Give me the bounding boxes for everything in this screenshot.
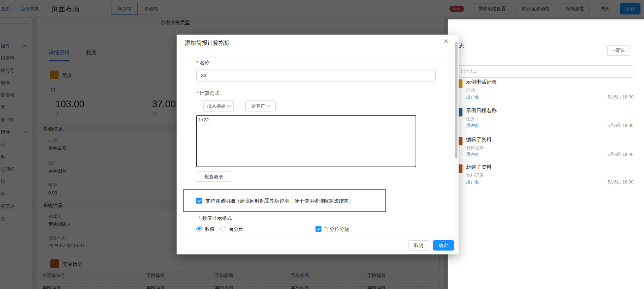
dialog-header-divider	[177, 58, 459, 58]
chevron-down-icon	[227, 104, 231, 107]
formula-label: *计算公式	[196, 90, 219, 97]
name-label: *名称	[196, 60, 209, 66]
required-asterisk: *	[196, 60, 198, 65]
feed-item-title: 新建了资料	[466, 164, 492, 170]
scrollbar-thumb[interactable]	[455, 42, 458, 158]
feed-item-user-link[interactable]: 用户名	[466, 152, 479, 158]
modal-scrollbar[interactable]	[454, 35, 458, 254]
page-layout-designer: 主页 〉 业务对象 〉 页面布局 网页端 移动端 new 关联创建配置 同步至移…	[0, 0, 644, 289]
confirm-button[interactable]: 确定	[433, 240, 454, 251]
feed-item-user-link[interactable]: 用户名	[466, 179, 479, 185]
feed-item-time: 5月6日 18:00	[607, 123, 633, 129]
operator-dropdown[interactable]: 运算符	[245, 100, 276, 112]
drill-through-checkbox[interactable]	[196, 198, 202, 204]
feed-item-title: 示例日程名称	[466, 107, 497, 114]
number-format-label: *数值显示格式	[199, 215, 232, 222]
feed-item-type: 任务	[466, 116, 475, 122]
dialog-footer-divider	[177, 237, 459, 237]
radio-percent-label: 百分比	[229, 226, 244, 233]
radio-numeric-label: 数值	[205, 226, 215, 233]
chevron-down-icon	[267, 104, 270, 107]
feed-item-created-record[interactable]: 新建了资料 资料记录 用户名 5月6日 18:00	[448, 164, 644, 186]
dialog-title: 添加简报计算指标	[185, 40, 230, 47]
insert-metric-dropdown[interactable]: 插入指标	[203, 100, 234, 112]
feed-item-time: 5月6日 18:00	[607, 179, 633, 185]
radio-numeric[interactable]	[196, 226, 202, 231]
close-icon[interactable]: ×	[444, 37, 448, 45]
required-asterisk: *	[199, 215, 201, 221]
check-syntax-button[interactable]: 检查语法	[196, 171, 231, 182]
thousand-separator-label: 千分位分隔	[325, 226, 349, 233]
feed-item-user-link[interactable]: 用户名	[466, 123, 479, 129]
feed-item-time: 5月6日 18:00	[607, 94, 633, 100]
drill-through-label: 支持穿透明细（建议同时配置指标说明，便于使用者理解穿透结果）	[206, 198, 354, 204]
feed-item-call-record[interactable]: 示例电话记录 活动 用户名 5月6日 18:00	[448, 79, 644, 101]
feed-item-title: 示例电话记录	[466, 79, 497, 85]
feed-panel: 动态 +筛选 示例电话记录 活动 用户名 5月6日 18:00 示例日程名称 任…	[448, 19, 644, 289]
required-asterisk: *	[196, 90, 198, 96]
feed-item-title: 编辑了资料	[466, 136, 492, 143]
filter-button[interactable]: +筛选	[607, 45, 630, 56]
feed-item-schedule[interactable]: 示例日程名称 任务 用户名 5月6日 18:00	[448, 107, 644, 130]
feed-item-type: 活动	[466, 88, 475, 94]
name-input[interactable]	[196, 70, 436, 82]
feed-item-edited-record[interactable]: 编辑了资料 资料记录 用户名 5月6日 18:00	[448, 136, 644, 159]
radio-percent[interactable]	[220, 226, 226, 231]
text-cursor	[209, 117, 209, 122]
thousand-separator-checkbox[interactable]	[315, 226, 321, 232]
feed-item-type: 资料记录	[466, 173, 484, 179]
feed-item-time: 5月6日 18:00	[607, 152, 633, 158]
feed-item-type: 资料记录	[466, 145, 484, 151]
feed-item-user-link[interactable]: 用户名	[466, 94, 479, 100]
feed-search-input[interactable]	[455, 65, 633, 78]
add-briefing-metric-dialog: 添加简报计算指标 × *名称 *计算公式 插入指标 运算符 1+22 检查语法 …	[177, 35, 459, 254]
formula-textarea[interactable]: 1+22	[196, 115, 416, 167]
cancel-button[interactable]: 取消	[408, 240, 429, 251]
